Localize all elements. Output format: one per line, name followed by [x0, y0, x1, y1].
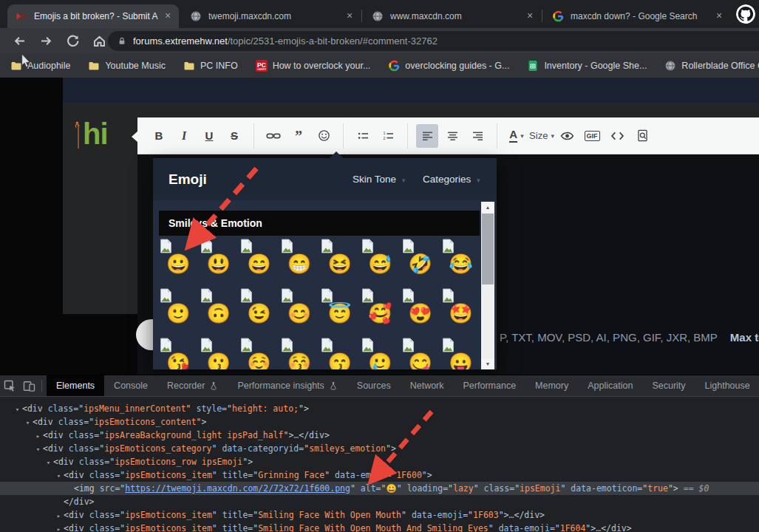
expander-closed-icon[interactable]: ▸ [54, 522, 64, 532]
skin-tone-dropdown[interactable]: Skin Tone ▾ [353, 174, 405, 185]
emoji-cell[interactable]: ☺️ [237, 336, 277, 369]
devtools-tab-security[interactable]: Security [642, 375, 695, 396]
browser-tab[interactable]: www.maxcdn.com× [364, 4, 541, 28]
browser-tab[interactable]: maxcdn down? - Google Search× [544, 4, 730, 28]
dom-tree-row[interactable]: ▾<div class="ipsEmoticons_row ipsEmoji"> [0, 455, 759, 468]
devtools-tab-console[interactable]: Console [104, 375, 157, 396]
reload-button[interactable] [64, 32, 81, 50]
devtools-tab-application[interactable]: Application [578, 375, 642, 396]
github-profile-icon[interactable] [736, 4, 755, 24]
emoji-cell[interactable]: 😋 [399, 336, 439, 369]
tab-close-icon[interactable]: × [523, 10, 537, 23]
expander-open-icon[interactable]: ▾ [23, 416, 33, 429]
dom-tree-row[interactable]: <img src="https://twemoji.maxcdn.com/2/7… [0, 482, 759, 495]
forward-button[interactable] [37, 32, 55, 50]
dom-tree-row[interactable]: ▾<div class="ipsMenu_innerContent" style… [0, 402, 759, 415]
strikethrough-button[interactable]: S [223, 124, 245, 148]
scroll-up-icon[interactable]: ▲ [481, 202, 494, 213]
home-button[interactable] [90, 32, 108, 50]
expander-open-icon[interactable]: ▾ [54, 469, 64, 482]
align-right-button[interactable] [466, 124, 489, 148]
emoji-cell[interactable]: 🙃 [197, 287, 237, 336]
devtools-tab-memory[interactable]: Memory [525, 375, 578, 396]
emoji-cell[interactable]: 😉 [237, 287, 277, 336]
scrollbar-thumb[interactable] [482, 214, 494, 284]
page-preview-button[interactable] [631, 124, 653, 148]
emoji-cell[interactable]: 😚 [278, 336, 318, 369]
italic-button[interactable]: I [173, 124, 195, 148]
bookmark-item[interactable]: Inventory - Google She... [527, 60, 647, 72]
inspect-element-icon[interactable] [0, 375, 19, 396]
emoji-cell[interactable]: 😇 [318, 287, 358, 336]
device-toolbar-icon[interactable] [19, 375, 38, 396]
emoji-cell[interactable]: 😃 [197, 237, 237, 287]
numbered-list-button[interactable]: 12 [377, 124, 399, 148]
devtools-tab-performance[interactable]: Performance [454, 375, 526, 396]
emoji-cell[interactable]: 😅 [358, 237, 398, 287]
site-logo[interactable]: hi [83, 119, 108, 149]
preview-eye-button[interactable] [556, 124, 578, 148]
devtools-tab-recorder[interactable]: Recorder [157, 375, 228, 396]
emoji-scrollbar[interactable]: ▲ ▼ [481, 202, 494, 369]
emoji-cell[interactable]: 🙂 [157, 287, 197, 336]
link-button[interactable] [262, 124, 285, 148]
emoji-cell[interactable]: 😊 [278, 287, 318, 336]
emoji-cell[interactable]: 😙 [318, 336, 358, 369]
emoji-cell[interactable]: 😄 [237, 237, 277, 287]
devtools-tab-network[interactable]: Network [401, 375, 454, 396]
emoji-button[interactable] [313, 124, 335, 148]
bookmark-item[interactable]: Audiophile [10, 60, 70, 72]
emoji-cell[interactable]: 😘 [157, 336, 197, 369]
emoji-cell[interactable]: 🥲 [358, 336, 398, 369]
emoji-cell[interactable]: 🥰 [358, 287, 398, 336]
emoji-cell[interactable]: 😁 [278, 237, 318, 287]
expander-open-icon[interactable]: ▾ [44, 456, 53, 469]
dom-tree-row[interactable]: ▸<div class="ipsEmoticons_item" title="S… [0, 508, 759, 522]
font-color-button[interactable]: A▾ [506, 124, 528, 148]
dom-tree-row[interactable]: </div> [0, 495, 759, 508]
underline-button[interactable]: U [198, 124, 220, 148]
dom-tree-row[interactable]: ▾<div class="ipsEmoticons_content"> [0, 415, 759, 429]
align-left-button[interactable] [416, 124, 438, 148]
emoji-cell[interactable]: 😍 [399, 287, 439, 336]
tab-close-icon[interactable]: × [343, 10, 356, 23]
align-center-button[interactable] [441, 124, 463, 148]
devtools-tab-performance-insights[interactable]: Performance insights [228, 375, 347, 396]
dom-tree-row[interactable]: ▾<div class="ipsEmoticons_item" title="G… [0, 468, 759, 482]
bookmark-item[interactable]: Youtube Music [88, 60, 166, 72]
bookmark-item[interactable]: overclocking guides - G... [388, 60, 509, 72]
bullet-list-button[interactable] [352, 124, 374, 148]
devtools-tab-elements[interactable]: Elements [47, 375, 104, 396]
emoji-cell[interactable]: 🤩 [439, 287, 479, 336]
devtools-tab-lighthouse[interactable]: Lighthouse [695, 375, 759, 396]
bookmark-item[interactable]: PCGAMERHow to overclock your... [256, 60, 371, 72]
scroll-down-icon[interactable]: ▼ [481, 358, 494, 369]
tab-close-icon[interactable]: × [161, 10, 174, 23]
dom-tree-row[interactable]: ▸<div class="ipsAreaBackground_light ips… [0, 429, 759, 442]
devtools-tab-sources[interactable]: Sources [347, 375, 401, 396]
browser-tab[interactable]: twemoji.maxcdn.com× [182, 4, 361, 28]
emoji-cell[interactable]: 😆 [318, 237, 358, 287]
back-button[interactable] [10, 32, 28, 50]
font-size-button[interactable]: Size▾ [531, 124, 553, 148]
bookmark-item[interactable]: PC INFO [183, 60, 238, 72]
expander-open-icon[interactable]: ▾ [33, 443, 43, 456]
dom-tree-row[interactable]: ▾<div class="ipsEmoticons_category" data… [0, 442, 759, 455]
emoji-cell[interactable]: 😀 [157, 237, 197, 287]
browser-tab[interactable]: Emojis a bit broken? - Submit A Bug - E× [7, 4, 179, 28]
expander-closed-icon[interactable]: ▸ [54, 509, 64, 522]
categories-dropdown[interactable]: Categories ▾ [423, 174, 480, 185]
source-code-button[interactable] [606, 124, 628, 148]
quote-button[interactable]: ” [287, 124, 310, 148]
dom-tree-row[interactable]: ▸<div class="ipsEmoticons_item" title="S… [0, 522, 759, 532]
address-bar[interactable]: forums.extremehw.net/topic/2531-emojis-a… [108, 31, 759, 51]
gif-button[interactable]: GIF [581, 124, 603, 148]
emoji-cell[interactable]: 😂 [439, 237, 479, 287]
emoji-cell[interactable]: 😗 [197, 336, 237, 369]
tab-close-icon[interactable]: × [712, 10, 726, 23]
expander-open-icon[interactable]: ▾ [13, 403, 22, 416]
emoji-cell[interactable]: 🤣 [399, 237, 439, 287]
expander-closed-icon[interactable]: ▸ [33, 429, 43, 443]
bookmark-item[interactable]: Rollerblade Office Chair... [664, 60, 759, 72]
emoji-cell[interactable]: 😛 [439, 336, 479, 369]
